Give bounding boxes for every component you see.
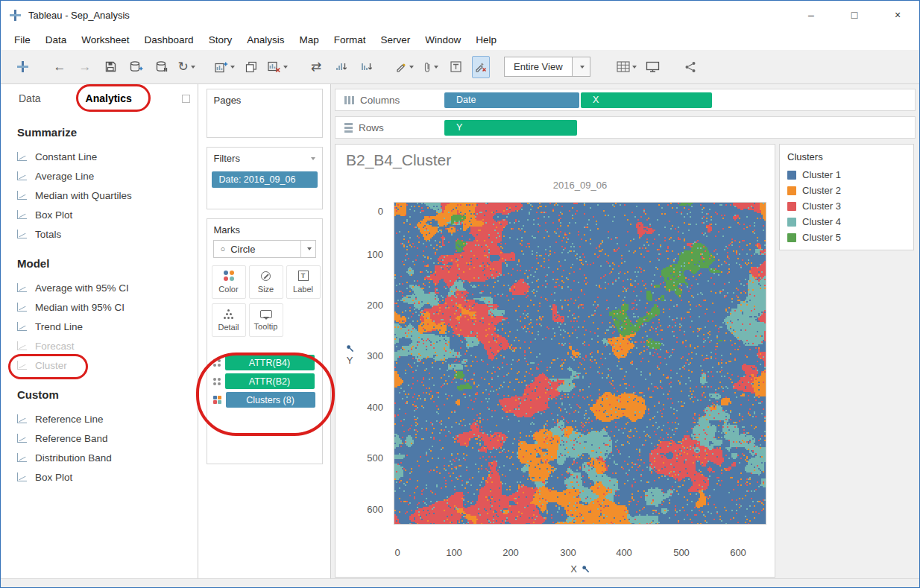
cluster-1-swatch [787, 171, 796, 180]
menu-server[interactable]: Server [373, 31, 418, 48]
tab-data[interactable]: Data [17, 86, 42, 110]
color-button[interactable]: Color [212, 265, 246, 299]
clusters-legend: Clusters Cluster 1 Cluster 2 Cluster 3 C… [779, 144, 914, 250]
y-axis-ticks: 0 100 200 300 400 500 600 [349, 202, 388, 525]
detail-button[interactable]: Detail [212, 303, 246, 337]
item-median-quartiles[interactable]: Median with Quartiles [1, 186, 198, 205]
sort-ascending-icon[interactable] [333, 56, 350, 78]
undo-icon[interactable]: ← [51, 56, 69, 78]
marks-title: Marks [207, 219, 322, 238]
item-totals[interactable]: Totals [1, 224, 198, 244]
filter-pill-date[interactable]: Date: 2016_09_06 [212, 171, 318, 188]
mark-type-dropdown[interactable]: ○ Circle [213, 240, 316, 258]
swap-axes-icon[interactable]: ⇄ [307, 56, 325, 78]
pill-y[interactable]: Y [444, 120, 577, 136]
pill-attr-b4[interactable]: ATTR(B4) [225, 355, 315, 370]
analytics-pane: Data Analytics Summarize Constant Line A… [1, 84, 198, 578]
detail-dots-icon [213, 359, 221, 367]
x-axis-label[interactable]: X [394, 563, 766, 575]
menu-worksheet[interactable]: Worksheet [74, 31, 136, 48]
new-datasource-icon[interactable] [127, 56, 145, 78]
paperclip-icon[interactable] [421, 56, 439, 78]
show-me-icon[interactable] [617, 56, 637, 78]
plot-area[interactable] [394, 202, 766, 525]
rows-icon [344, 123, 353, 133]
item-custom-box-plot[interactable]: Box Plot [1, 467, 198, 487]
item-reference-line[interactable]: Reference Line [1, 409, 198, 429]
legend-item-cluster-1[interactable]: Cluster 1 [780, 167, 913, 183]
totals-icon [17, 230, 27, 238]
marks-pill-row: ATTR(B4) [207, 353, 322, 372]
menu-bar: File Data Worksheet Dashboard Story Anal… [1, 29, 919, 50]
item-median-95ci[interactable]: Median with 95% CI [1, 297, 198, 317]
save-icon[interactable] [101, 56, 119, 78]
menu-story[interactable]: Story [201, 31, 240, 48]
show-mark-labels-icon[interactable] [447, 56, 464, 78]
fix-axes-toggle-icon[interactable] [472, 56, 490, 78]
item-distribution-band[interactable]: Distribution Band [1, 448, 198, 467]
menu-dashboard[interactable]: Dashboard [137, 31, 201, 48]
close-icon[interactable]: × [876, 1, 919, 29]
content-row: B2_B4_Cluster 2016_09_06 Y 0 100 200 300… [335, 144, 916, 578]
title-bar: Tableau - Sep_Analysis – □ × [1, 1, 919, 29]
size-button[interactable]: Size [249, 265, 283, 299]
redo-icon[interactable]: → [76, 56, 94, 78]
clear-sheet-icon[interactable] [268, 56, 288, 78]
presentation-mode-icon[interactable] [644, 56, 662, 78]
item-constant-line[interactable]: Constant Line [1, 147, 198, 166]
new-worksheet-icon[interactable] [215, 56, 235, 78]
entire-view-select[interactable]: Entire View [504, 57, 590, 77]
pages-card[interactable]: Pages [207, 89, 323, 138]
rows-shelf[interactable]: Rows Y [335, 116, 916, 139]
menu-map[interactable]: Map [292, 31, 326, 48]
pane-collapse-icon[interactable] [182, 95, 190, 103]
pause-updates-icon[interactable] [152, 56, 170, 78]
color-dots-icon [213, 396, 221, 404]
item-cluster: Cluster [1, 355, 198, 375]
cluster-icon [17, 361, 27, 370]
minimize-icon[interactable]: – [790, 1, 833, 29]
tableau-window: Tableau - Sep_Analysis – □ × File Data W… [0, 0, 920, 588]
tab-analytics[interactable]: Analytics [84, 86, 133, 110]
legend-item-cluster-2[interactable]: Cluster 2 [780, 183, 913, 198]
entire-view-caret-icon[interactable] [572, 57, 590, 76]
cluster-scatter-canvas[interactable] [394, 203, 766, 524]
pill-date[interactable]: Date [444, 92, 579, 108]
menu-data[interactable]: Data [38, 31, 75, 48]
reference-band-icon [17, 434, 27, 443]
tooltip-button[interactable]: Tooltip [249, 303, 283, 337]
item-reference-band[interactable]: Reference Band [1, 429, 198, 448]
menu-help[interactable]: Help [468, 31, 504, 48]
share-icon[interactable] [681, 56, 699, 78]
pill-x[interactable]: X [581, 92, 712, 108]
mark-type-caret-icon[interactable] [300, 241, 315, 257]
item-box-plot[interactable]: Box Plot [1, 205, 198, 224]
refresh-icon[interactable]: ↻ [177, 56, 195, 78]
marks-pills: ATTR(B4) ATTR(B2) Clusters (8) [207, 353, 322, 409]
menu-analysis[interactable]: Analysis [239, 31, 292, 48]
highlight-icon[interactable] [395, 56, 414, 78]
legend-item-cluster-3[interactable]: Cluster 3 [780, 198, 913, 214]
columns-shelf[interactable]: Columns Date X [335, 89, 916, 111]
pages-title: Pages [207, 89, 322, 109]
legend-item-cluster-5[interactable]: Cluster 5 [780, 230, 913, 245]
maximize-icon[interactable]: □ [833, 1, 876, 29]
menu-window[interactable]: Window [418, 31, 468, 48]
menu-format[interactable]: Format [327, 31, 374, 48]
label-button[interactable]: T Label [286, 265, 321, 299]
cluster-3-swatch [787, 202, 796, 211]
section-custom-title: Custom [1, 375, 198, 409]
legend-item-cluster-4[interactable]: Cluster 4 [780, 214, 913, 230]
pill-clusters[interactable]: Clusters (8) [226, 392, 315, 408]
pill-attr-b2[interactable]: ATTR(B2) [225, 373, 315, 389]
item-average-line[interactable]: Average Line [1, 166, 198, 186]
item-average-95ci[interactable]: Average with 95% CI [1, 278, 198, 297]
duplicate-sheet-icon[interactable] [242, 56, 260, 78]
item-trend-line[interactable]: Trend Line [1, 317, 198, 336]
tableau-home-icon[interactable] [13, 56, 31, 78]
sort-descending-icon[interactable] [358, 56, 376, 78]
menu-file[interactable]: File [7, 31, 38, 48]
mark-type-label: Circle [230, 244, 255, 255]
chart-card: B2_B4_Cluster 2016_09_06 Y 0 100 200 300… [335, 144, 775, 578]
filters-card[interactable]: Filters Date: 2016_09_06 [207, 147, 323, 209]
